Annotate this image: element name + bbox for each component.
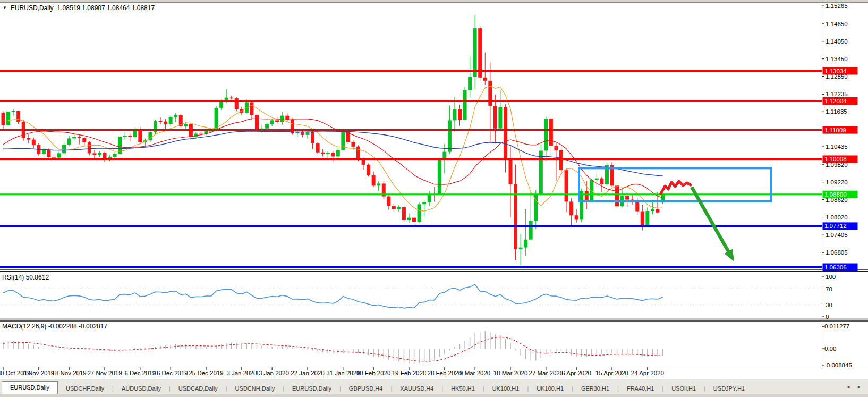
date-axis[interactable]: 30 Oct 20198 Nov 201918 Nov 201927 Nov 2… bbox=[0, 367, 664, 376]
chart-symbol-label: EURUSD,Daily bbox=[11, 4, 54, 12]
chart-tab-uk100-h1[interactable]: UK100,H1 bbox=[529, 383, 572, 394]
mt4-chart-window: { "title": { "symbol": "EURUSD,Daily", "… bbox=[0, 0, 868, 397]
chart-tab-eurusd-daily[interactable]: EURUSD,Daily bbox=[2, 381, 58, 394]
macd-axis-label: -0.008845 bbox=[824, 362, 852, 368]
date-tick-label: 3 Jan 2020 bbox=[226, 370, 257, 376]
chart-tab-bar: EURUSD,DailyUSDCHF,Daily|AUDUSD,Daily|US… bbox=[0, 379, 868, 394]
rsi-indicator-label: RSI(14) 50.8612 bbox=[2, 274, 49, 281]
price-line-axis-label: 1.12004 bbox=[824, 98, 847, 104]
chart-tab-audusd-daily[interactable]: AUDUSD,Daily bbox=[114, 383, 169, 394]
date-tick-label: 18 Nov 2019 bbox=[52, 370, 87, 376]
symbol-menu-toggle-icon[interactable]: ▼ bbox=[3, 5, 7, 11]
date-tick-label: 25 Dec 2019 bbox=[189, 370, 223, 376]
date-tick-label: 6 Dec 2019 bbox=[124, 370, 156, 376]
price-tick-label: 1.12235 bbox=[826, 91, 848, 97]
rsi-axis-label: 0 bbox=[826, 314, 829, 320]
rsi-axis-label: 30 bbox=[826, 302, 832, 308]
rsi-panel: 10070300 bbox=[0, 274, 836, 320]
price-squiggle-annotation[interactable] bbox=[661, 181, 691, 193]
chart-tab-hk50-h1[interactable]: HK50,H1 bbox=[443, 383, 483, 394]
price-tick-label: 1.09220 bbox=[826, 179, 848, 185]
chart-area[interactable]: 1.152651.146501.140501.134501.128501.122… bbox=[0, 0, 868, 381]
date-tick-label: 24 Apr 2020 bbox=[631, 370, 664, 376]
candles-layer bbox=[2, 15, 665, 265]
date-tick-label: 31 Jan 2020 bbox=[326, 370, 360, 376]
date-tick-label: 15 Apr 2020 bbox=[595, 370, 628, 376]
date-tick-label: 27 Mar 2020 bbox=[529, 370, 564, 376]
chart-title: ▼ EURUSD,Daily 1.08519 1.08907 1.08464 1… bbox=[3, 4, 155, 12]
price-tick-label: 1.11635 bbox=[826, 108, 847, 115]
price-tick-label: 1.14650 bbox=[826, 21, 848, 27]
date-tick-label: 18 Mar 2020 bbox=[493, 370, 528, 376]
date-tick-label: 22 Jan 2020 bbox=[291, 370, 324, 376]
rsi-axis-label: 100 bbox=[826, 274, 836, 280]
chart-tab-usoil-h1[interactable]: USOil,H1 bbox=[663, 383, 704, 394]
status-bar bbox=[0, 394, 868, 397]
chart-tab-usdcad-daily[interactable]: USDCAD,Daily bbox=[171, 383, 226, 394]
price-line-axis-label: 1.13034 bbox=[824, 68, 847, 74]
chart-tab-ger30-h1[interactable]: GER30,H1 bbox=[573, 383, 617, 394]
date-tick-label: 19 Feb 2020 bbox=[392, 370, 427, 376]
date-tick-label: 9 Mar 2020 bbox=[459, 370, 490, 376]
date-tick-label: 6 Apr 2020 bbox=[561, 370, 591, 376]
date-tick-label: 27 Nov 2019 bbox=[87, 370, 122, 376]
rsi-axis-label: 70 bbox=[826, 286, 832, 292]
macd-panel: 0.0112770.00-0.008845 bbox=[3, 323, 852, 368]
price-tick-label: 1.06805 bbox=[826, 249, 848, 256]
chart-tab-usdcnh-daily[interactable]: USDCNH,Daily bbox=[227, 383, 283, 394]
macd-indicator-label: MACD(12,26,9) -0.002288 -0.002817 bbox=[2, 323, 107, 330]
date-tick-label: 8 Nov 2019 bbox=[23, 370, 54, 376]
price-line-axis-label: 1.07712 bbox=[824, 223, 847, 229]
price-tick-label: 1.15265 bbox=[826, 3, 848, 9]
chart-tab-usdjpy-h1[interactable]: USDJPY,H1 bbox=[705, 383, 753, 394]
date-tick-label: 16 Dec 2019 bbox=[154, 370, 188, 376]
moving-averages-layer bbox=[3, 86, 663, 211]
price-tick-label: 1.13450 bbox=[826, 56, 848, 62]
down-arrow-annotation[interactable] bbox=[692, 187, 730, 254]
price-axis[interactable]: 1.152651.146501.140501.134501.128501.122… bbox=[822, 3, 858, 271]
price-tick-label: 1.07405 bbox=[826, 232, 848, 238]
date-tick-label: 10 Feb 2020 bbox=[356, 370, 391, 376]
date-tick-label: 28 Feb 2020 bbox=[428, 370, 462, 376]
price-line-axis-label: 1.10008 bbox=[824, 156, 847, 162]
chart-tab-usdchf-daily[interactable]: USDCHF,Daily bbox=[58, 383, 112, 394]
chart-tab-uk100-h1[interactable]: UK100,H1 bbox=[484, 383, 527, 394]
chart-ohlc-values: 1.08519 1.08907 1.08464 1.08817 bbox=[57, 4, 155, 12]
macd-axis-label: 0.011277 bbox=[824, 323, 849, 330]
macd-axis-label: 0.00 bbox=[824, 345, 836, 352]
date-tick-label: 13 Jan 2020 bbox=[255, 370, 288, 376]
price-tick-label: 1.14050 bbox=[826, 38, 848, 45]
chart-tab-gbpusd-h4[interactable]: GBPUSD,H4 bbox=[341, 383, 391, 394]
price-tick-label: 1.10435 bbox=[826, 143, 848, 150]
tabs-scroll-left-icon[interactable]: ◄ bbox=[846, 384, 850, 390]
price-tick-label: 1.08020 bbox=[826, 214, 848, 221]
price-line-axis-label: 1.11009 bbox=[824, 127, 846, 133]
chart-tab-eurusd-daily[interactable]: EURUSD,Daily bbox=[284, 383, 339, 394]
price-line-axis-label: 1.06306 bbox=[824, 264, 847, 271]
chart-tab-fra40-h1[interactable]: FRA40,H1 bbox=[619, 383, 662, 394]
tabs-scroll-right-icon[interactable]: ► bbox=[857, 384, 862, 390]
price-line-axis-label: 1.08800 bbox=[824, 191, 847, 198]
chart-canvas[interactable]: 1.152651.146501.140501.134501.128501.122… bbox=[0, 0, 868, 378]
tab-scroll-controls: ◄ ► bbox=[839, 379, 868, 394]
chart-tabs: EURUSD,DailyUSDCHF,Daily|AUDUSD,Daily|US… bbox=[0, 379, 839, 394]
chart-tab-xauusd-h4[interactable]: XAUUSD,H4 bbox=[392, 383, 441, 394]
